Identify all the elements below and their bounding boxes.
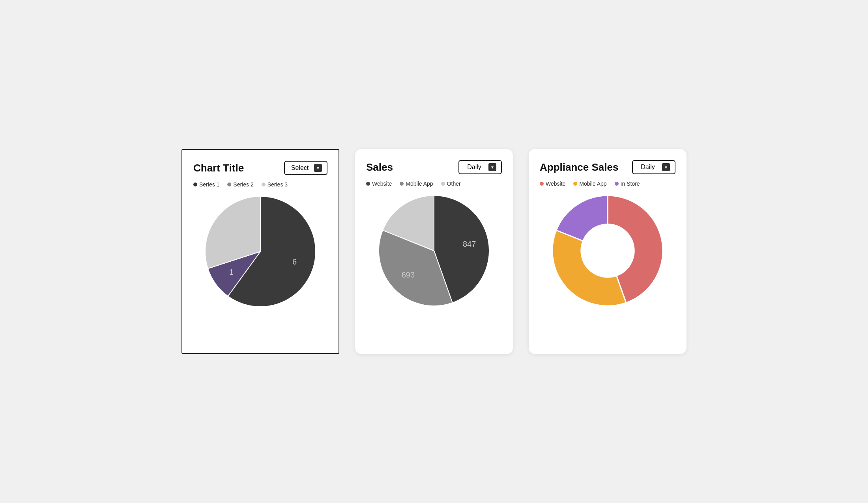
card-title: Appliance Sales (540, 161, 618, 173)
legend-label: Website (372, 181, 392, 187)
chart-legend: WebsiteMobile AppIn Store (540, 181, 675, 187)
legend-item: Mobile App (573, 181, 606, 187)
legend-dot (441, 182, 445, 186)
legend-item: In Store (615, 181, 640, 187)
chevron-down-icon: ▼ (662, 163, 670, 171)
legend-label: Mobile App (579, 181, 606, 187)
slice-label: 847 (641, 238, 655, 248)
legend-dot (400, 182, 404, 186)
legend-item: Series 3 (262, 181, 288, 188)
legend-dot (615, 182, 619, 186)
slice-label: 3 (229, 225, 234, 234)
legend-item: Website (540, 181, 565, 187)
chevron-down-icon: ▼ (314, 164, 322, 172)
pie-chart-svg: 847693360 (548, 192, 667, 310)
card-header: Chart TitleSelect▼ (193, 161, 327, 175)
legend-dot (227, 183, 231, 186)
legend-label: In Store (621, 181, 640, 187)
dropdown-button[interactable]: Daily▼ (458, 160, 502, 174)
pie-slice (552, 230, 626, 306)
pie-chart-svg: 613 (201, 192, 320, 311)
dropdown-label: Select (290, 164, 310, 171)
card-title: Chart Title (193, 162, 244, 174)
slice-label: 6 (292, 257, 297, 266)
legend-label: Series 1 (199, 181, 219, 188)
legend-label: Other (447, 181, 461, 187)
legend-label: Mobile App (406, 181, 433, 187)
card-header: Appliance SalesDaily▼ (540, 160, 675, 174)
dropdown-label: Daily (638, 164, 658, 171)
dropdown-label: Daily (464, 164, 485, 171)
chart-area: 847693360 (540, 192, 675, 310)
legend-dot (366, 182, 370, 186)
slice-label: 693 (571, 274, 586, 283)
slice-label: 360 (578, 211, 592, 221)
card-title: Sales (366, 161, 393, 173)
chart-area: 847693360 (366, 192, 502, 310)
chart-area: 613 (193, 192, 327, 311)
chart-legend: Series 1Series 2Series 3 (193, 181, 327, 188)
legend-label: Series 3 (268, 181, 288, 188)
card-header: SalesDaily▼ (366, 160, 502, 174)
dropdown-button[interactable]: Daily▼ (632, 160, 675, 174)
chevron-down-icon: ▼ (488, 163, 496, 171)
legend-item: Website (366, 181, 392, 187)
legend-dot (193, 183, 197, 186)
legend-item: Series 1 (193, 181, 219, 188)
pie-chart-svg: 847693360 (375, 192, 493, 310)
slice-label: 360 (407, 216, 420, 225)
slice-label: 1 (229, 268, 234, 276)
appliance-sales-card: Appliance SalesDaily▼WebsiteMobile AppIn… (529, 149, 687, 354)
legend-dot (540, 182, 544, 186)
dropdown-button[interactable]: Select▼ (284, 161, 327, 175)
legend-label: Website (546, 181, 565, 187)
main-container: Chart TitleSelect▼Series 1Series 2Series… (158, 125, 710, 378)
legend-item: Mobile App (400, 181, 433, 187)
sales-card: SalesDaily▼WebsiteMobile AppOther8476933… (355, 149, 513, 354)
legend-item: Other (441, 181, 461, 187)
chart-legend: WebsiteMobile AppOther (366, 181, 502, 187)
slice-label: 847 (463, 240, 476, 248)
legend-label: Series 2 (233, 181, 253, 188)
legend-item: Series 2 (227, 181, 253, 188)
chart-title-card: Chart TitleSelect▼Series 1Series 2Series… (181, 149, 339, 354)
legend-dot (262, 183, 266, 186)
slice-label: 693 (402, 270, 415, 279)
legend-dot (573, 182, 577, 186)
